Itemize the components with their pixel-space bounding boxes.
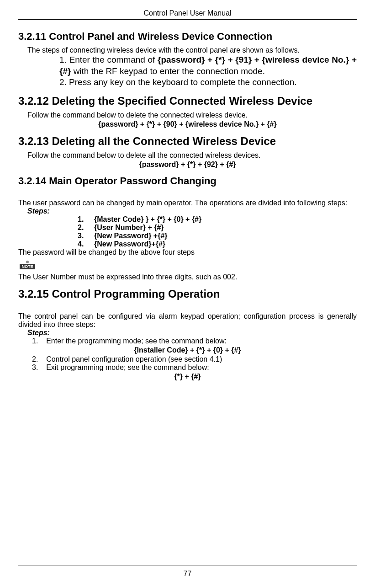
step-num: 2. bbox=[32, 355, 38, 363]
cmd-3-2-15-3: {*} + {#} bbox=[18, 373, 357, 381]
intro-3-2-14: The user password can be changed by main… bbox=[18, 199, 357, 207]
steps-list-3-2-14: 1.{Master Code} } + {*} + {0} + {#} 2.{U… bbox=[78, 215, 357, 248]
list-item: 1. Enter the programming mode; see the c… bbox=[32, 337, 357, 345]
note-label: NOTE bbox=[20, 264, 35, 269]
heading-3-2-12: 3.2.12 Deleting the Specified Connected … bbox=[18, 95, 357, 107]
intro-3-2-12: Follow the command below to delete the c… bbox=[27, 111, 357, 119]
step-num: 1. bbox=[78, 215, 94, 224]
list-item: 2. Control panel configuration operation… bbox=[32, 355, 357, 363]
heading-3-2-13: 3.2.13 Deleting all the Connected Wirele… bbox=[18, 135, 357, 148]
step-num: 1. bbox=[32, 337, 38, 345]
footer-rule bbox=[18, 566, 357, 566]
steps-label-3-2-14: Steps: bbox=[27, 207, 357, 215]
intro-3-2-13: Follow the command below to delete all t… bbox=[27, 151, 357, 160]
step-text: {New Password}+{#} bbox=[94, 240, 165, 248]
heading-3-2-15: 3.2.15 Control Programming Operation bbox=[18, 288, 357, 300]
step-num: 4. bbox=[78, 240, 94, 248]
intro-3-2-11: The steps of connecting wireless device … bbox=[27, 46, 357, 54]
heading-3-2-11: 3.2.11 Control Panel and Wireless Device… bbox=[18, 31, 357, 43]
list-item: 3. Exit programming mode; see the comman… bbox=[32, 363, 357, 372]
step-text: Exit programming mode; see the command b… bbox=[46, 363, 209, 371]
page-number: 77 bbox=[18, 570, 357, 578]
list-item-1-post: with the RF keypad to enter the connecti… bbox=[71, 66, 265, 76]
page-header: Control Panel User Manual bbox=[18, 9, 357, 20]
cmd-3-2-15-1: {Installer Code} + {*} + {0} + {#} bbox=[18, 346, 357, 354]
step-num: 3. bbox=[78, 232, 94, 240]
steps-label-3-2-15: Steps: bbox=[27, 329, 357, 337]
after-steps-3-2-14: The password will be changed by the abov… bbox=[18, 248, 357, 257]
step-num: 3. bbox=[32, 363, 38, 371]
note-icon: NOTE bbox=[18, 257, 37, 272]
heading-3-2-14: 3.2.14 Main Operator Password Changing bbox=[18, 175, 357, 187]
step-text: {Master Code} } + {*} + {0} + {#} bbox=[94, 215, 201, 224]
intro-3-2-15: The control panel can be configured via … bbox=[18, 312, 357, 329]
list-item-2: 2. Press any key on the keyboard to comp… bbox=[59, 77, 357, 88]
note-text-3-2-14: The User Number must be expressed into t… bbox=[18, 273, 357, 281]
step-text: {User Number} + {#} bbox=[94, 224, 164, 232]
cmd-3-2-13: {password} + {*} + {92} + {#} bbox=[18, 160, 357, 169]
step-text: Enter the programming mode; see the comm… bbox=[46, 337, 227, 345]
pin-icon bbox=[26, 261, 29, 263]
cmd-3-2-12: {password} + {*} + {90} + {wireless devi… bbox=[18, 120, 357, 128]
step-num: 2. bbox=[78, 224, 94, 232]
list-item-1: 1. Enter the command of {password} + {*}… bbox=[59, 54, 357, 77]
list-item-1-pre: 1. Enter the command of bbox=[59, 55, 158, 64]
step-text: {New Password} +{#} bbox=[94, 232, 168, 240]
step-text: Control panel configuration operation (s… bbox=[46, 355, 222, 363]
